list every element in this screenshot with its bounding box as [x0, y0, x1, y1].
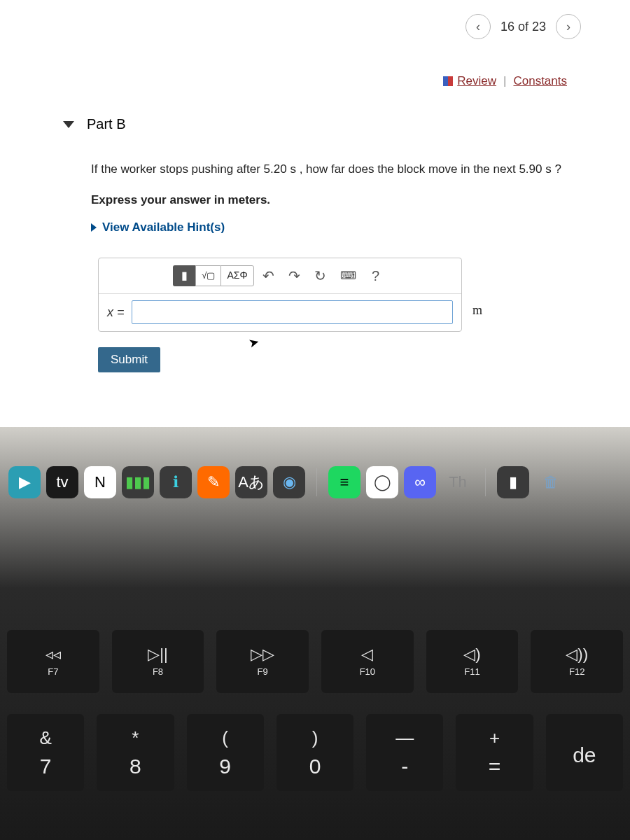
dock-apple-tv-icon[interactable]: tv	[46, 466, 78, 498]
template-group: ▮ √▢ ΑΣΦ	[173, 265, 253, 286]
assignment-panel: ‹ 16 of 23 › Review | Constants Part B I…	[0, 0, 630, 427]
keyboard-button[interactable]: ⌨	[335, 265, 362, 286]
dock-flag-app-icon[interactable]: ▮	[497, 466, 529, 498]
redo-button[interactable]: ↷	[283, 265, 306, 286]
question-counter: 16 of 23	[500, 20, 546, 34]
variable-label: x =	[107, 303, 125, 322]
next-question-button[interactable]: ›	[556, 14, 581, 39]
flag-icon	[443, 76, 453, 86]
key-de: de	[546, 714, 623, 791]
submit-button[interactable]: Submit	[98, 347, 160, 372]
physical-keyboard: ◃◃F7▷||F8▷▷F9◁F10◁)F11◁))F12 &7*8(9)0—-+…	[0, 630, 630, 812]
question-body: If the worker stops pushing after 5.20 s…	[91, 160, 609, 332]
key-7: &7	[7, 714, 84, 791]
key-0: )0	[276, 714, 354, 791]
dock-separator	[316, 468, 317, 496]
unit-label: m	[472, 301, 482, 320]
dock-trash-icon[interactable]: 🗑	[535, 466, 567, 498]
help-button[interactable]: ?	[365, 265, 387, 286]
dock-numbers-icon[interactable]: ▮▮▮	[122, 466, 154, 498]
key-8: *8	[97, 714, 174, 791]
mouse-cursor-icon: ➤	[246, 333, 260, 351]
question-text: If the worker stops pushing after 5.20 s…	[91, 160, 595, 178]
key-f12: ◁))F12	[531, 630, 623, 693]
dock-shazam-icon[interactable]: ◉	[273, 466, 305, 498]
greek-button[interactable]: ΑΣΦ	[220, 265, 253, 286]
link-separator: |	[503, 74, 506, 88]
dock-discord-icon[interactable]: ∞	[404, 466, 436, 498]
dock-chrome-icon[interactable]: ◯	[366, 466, 398, 498]
dock-notion-icon[interactable]: N	[84, 466, 116, 498]
dock-th-app-icon[interactable]: Th	[442, 466, 474, 498]
part-header[interactable]: Part B	[63, 116, 609, 132]
templates-button[interactable]: ▮	[173, 265, 195, 286]
equation-toolbar: ▮ √▢ ΑΣΦ ↶ ↷ ↻ ⌨ ?	[99, 258, 461, 293]
dock-info-icon[interactable]: ℹ	[160, 466, 192, 498]
constants-link[interactable]: Constants	[513, 74, 567, 88]
key--: —-	[366, 714, 443, 791]
pagination-bar: ‹ 16 of 23 ›	[21, 14, 609, 39]
answer-box: ▮ √▢ ΑΣΦ ↶ ↷ ↻ ⌨ ? x = m	[98, 258, 462, 332]
answer-instruction: Express your answer in meters.	[91, 191, 609, 209]
dock-translate-icon[interactable]: Aあ	[235, 466, 267, 498]
collapse-icon	[63, 121, 74, 128]
macos-dock: ▶tvN▮▮▮ℹ✎Aあ◉≡◯∞Th▮🗑	[0, 462, 630, 503]
answer-input-row: x =	[99, 293, 461, 331]
dock-spotify-icon[interactable]: ≡	[328, 466, 360, 498]
dock-prime-video-icon[interactable]: ▶	[8, 466, 41, 498]
key-f7: ◃◃F7	[7, 630, 99, 693]
review-link[interactable]: Review	[457, 74, 496, 88]
dock-separator	[485, 468, 486, 496]
caret-right-icon	[91, 223, 97, 232]
answer-input[interactable]	[132, 300, 453, 324]
key-f11: ◁)F11	[426, 630, 519, 693]
resource-links: Review | Constants	[21, 74, 609, 88]
view-hints-toggle[interactable]: View Available Hint(s)	[91, 218, 609, 237]
undo-button[interactable]: ↶	[257, 265, 280, 286]
key-=: +=	[456, 714, 533, 791]
dock-markup-icon[interactable]: ✎	[197, 466, 230, 498]
part-label: Part B	[87, 116, 126, 132]
prev-question-button[interactable]: ‹	[465, 14, 491, 39]
root-button[interactable]: √▢	[195, 265, 220, 286]
hints-label: View Available Hint(s)	[102, 218, 225, 237]
key-9: (9	[187, 714, 264, 791]
key-f8: ▷||F8	[112, 630, 204, 693]
key-f9: ▷▷F9	[216, 630, 309, 693]
key-f10: ◁F10	[321, 630, 414, 693]
reset-button[interactable]: ↻	[309, 265, 332, 286]
